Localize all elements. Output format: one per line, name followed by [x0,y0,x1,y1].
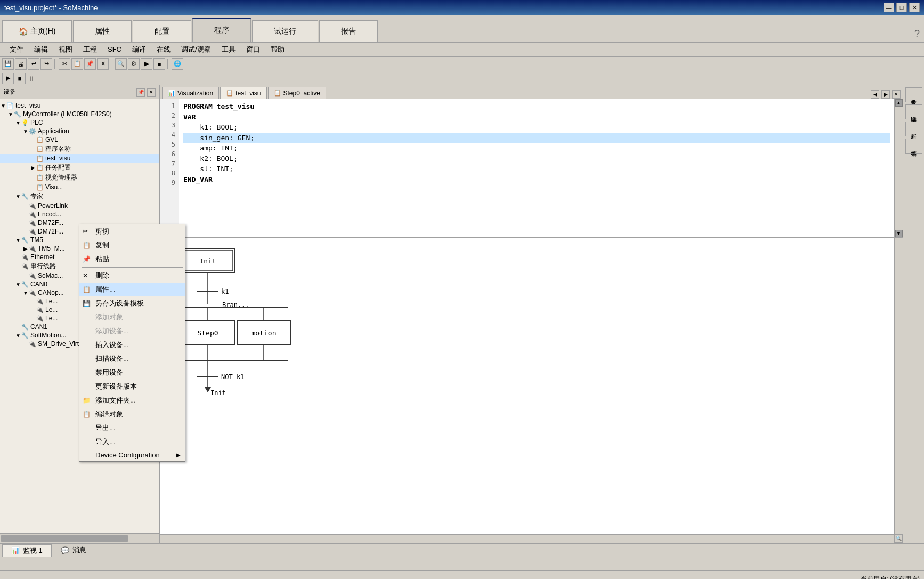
scroll-up[interactable]: ▲ [895,99,903,107]
expand-tm5[interactable]: ▼ [15,237,21,243]
menu-item-SFC[interactable]: SFC [102,44,127,54]
run-button[interactable]: ▶ [141,58,152,70]
tree-item-root[interactable]: ▼📄test_visu [0,101,159,110]
tabs-scroll-right[interactable]: ▶ [881,90,890,99]
tree-item-app[interactable]: ▼⚙️Application [0,127,159,135]
minimize-button[interactable]: — [884,3,894,12]
editor-tab-testvisu[interactable]: 📋 test_visu [220,87,266,99]
expand-softmotion[interactable]: ▼ [15,333,21,339]
print-button[interactable]: 🖨 [15,58,27,70]
editor-tab-visualization[interactable]: 📊 Visualization [162,87,219,99]
ctx-item-updateversion[interactable]: 更新设备版本 [79,380,185,393]
tree-item-encoder[interactable]: 🔌Encod... [0,210,159,219]
panel-pin[interactable]: 📌 [136,88,145,96]
redo-button[interactable]: ↪ [40,58,52,70]
ctx-item-import[interactable]: 导入... [79,435,185,449]
menu-item-文件[interactable]: 文件 [4,44,29,55]
bookmark-tool[interactable]: 书签 [905,139,922,154]
diagram-area[interactable]: 🔍 Init k1 Bran... [160,238,903,543]
panel-close[interactable]: ✕ [147,88,156,96]
menu-item-调试/观察[interactable]: 调试/观察 [176,44,216,55]
scroll-down[interactable]: ▼ [895,230,903,237]
vertical-scrollbar[interactable]: ▲ ▼ [894,99,903,237]
horizontal-scrollbar[interactable] [0,533,159,543]
expand-tm5m[interactable]: ▶ [22,246,29,252]
ctx-item-insertdevice[interactable]: 插入设备... [79,338,185,352]
menu-item-编辑[interactable]: 编辑 [29,44,53,55]
ctx-item-cut[interactable]: ✂剪切 [79,224,185,238]
ctx-item-delete[interactable]: ✕删除 [79,269,185,283]
delete-button[interactable]: ✕ [97,58,109,70]
expand-ctrl[interactable]: ▼ [7,111,14,117]
tabs-close[interactable]: ✕ [892,90,901,99]
tree-item-visuobj[interactable]: 📋Visu... [0,183,159,191]
tree-item-expert[interactable]: ▼🔧专家 [0,191,159,202]
menu-item-工具[interactable]: 工具 [216,44,241,55]
menu-item-帮助[interactable]: 帮助 [265,44,290,55]
ctx-item-scandevice[interactable]: 扫描设备... [79,352,185,366]
ctx-item-copy[interactable]: 📋复制 [79,238,185,252]
menu-item-视图[interactable]: 视图 [53,44,78,55]
online-button[interactable]: 🌐 [172,58,183,70]
ctx-item-disabledevice[interactable]: 禁用设备 [79,366,185,380]
expand-tasks[interactable]: ▶ [30,165,36,171]
ctx-item-addfolder[interactable]: 📁添加文件夹... [79,393,185,407]
tree-item-powerlink[interactable]: 🔌PowerLink [0,202,159,210]
tabs-scroll-left[interactable]: ◀ [871,90,879,99]
menu-item-窗口[interactable]: 窗口 [241,44,265,55]
ctx-item-addobject[interactable]: 添加对象 [79,310,185,324]
tb2-btn1[interactable]: ▶ [2,73,14,84]
tree-item-plc[interactable]: ▼💡PLC [0,118,159,127]
expand-expert[interactable]: ▼ [15,194,21,199]
tab-properties[interactable]: 属性 [73,20,132,42]
scrollbar-thumb[interactable] [1,535,128,542]
tab-report[interactable]: 报告 [319,20,378,42]
ctx-item-saveastemplate[interactable]: 💾另存为设备模板 [79,296,185,310]
zoom-icon[interactable]: 🔍 [894,534,903,543]
expand-app[interactable]: ▼ [22,128,29,134]
tab-config[interactable]: 配置 [133,20,191,42]
find-button[interactable]: 🔍 [115,58,127,70]
stop-button[interactable]: ■ [153,58,165,70]
undo-button[interactable]: ↩ [28,58,39,70]
bottom-tab-messages[interactable]: 💬 消息 [52,544,95,557]
tree-item-testvisu[interactable]: 📋test_visu [0,154,159,163]
tree-item-gvl[interactable]: 📋GVL [0,135,159,144]
menu-item-在线[interactable]: 在线 [151,44,176,55]
ctx-item-deviceconfig[interactable]: Device Configuration▶ [79,449,185,461]
expand-root[interactable]: ▼ [0,103,6,109]
tree-item-prog[interactable]: 📋程序名称 [0,144,159,154]
compile-error-tool[interactable]: 编译错误 [905,104,922,119]
ctx-item-adddevice[interactable]: 添加设备... [79,324,185,338]
tree-item-visu[interactable]: 📋视觉管理器 [0,173,159,183]
editor-tab-step0[interactable]: 📋 Step0_active [268,87,326,99]
paste-button[interactable]: 📌 [84,58,96,70]
expand-plc[interactable]: ▼ [15,120,21,126]
tab-home[interactable]: 🏠 主页(H) [2,20,72,42]
breakpoint-tool[interactable]: 断点 [905,122,922,136]
bottom-tab-view1[interactable]: 📊 监视 1 [2,544,52,557]
copy-button[interactable]: 📋 [71,58,83,70]
tb2-btn2[interactable]: ■ [14,73,26,84]
diagram-hscrollbar[interactable] [160,534,894,543]
menu-item-编译[interactable]: 编译 [127,44,151,55]
help-button[interactable]: ? [910,26,924,42]
save-button[interactable]: 💾 [2,58,14,70]
close-button[interactable]: ✕ [909,3,920,12]
ctx-item-export[interactable]: 导出... [79,421,185,435]
build-button[interactable]: ⚙ [128,58,140,70]
menu-item-工程[interactable]: 工程 [78,44,102,55]
expand-canopen[interactable]: ▼ [22,290,29,296]
cut-button[interactable]: ✂ [59,58,70,70]
code-content[interactable]: PROGRAM test_visuVAR k1: BOOL; sin_gen: … [179,99,894,237]
ctx-item-editobj[interactable]: 📋编辑对象 [79,407,185,421]
tab-program[interactable]: 程序 [192,18,251,42]
diagram-scrollbar[interactable] [894,238,903,543]
expand-can0[interactable]: ▼ [15,282,21,287]
maximize-button[interactable]: □ [896,3,907,12]
tab-trial[interactable]: 试运行 [252,20,318,42]
find-replace-tool[interactable]: 查找替换 [905,87,922,102]
tb2-btn3[interactable]: ⏸ [26,73,37,84]
tree-item-tasks[interactable]: ▶📋任务配置 [0,163,159,173]
tree-item-ctrl[interactable]: ▼🔧MyController (LMC058LF42S0) [0,110,159,118]
